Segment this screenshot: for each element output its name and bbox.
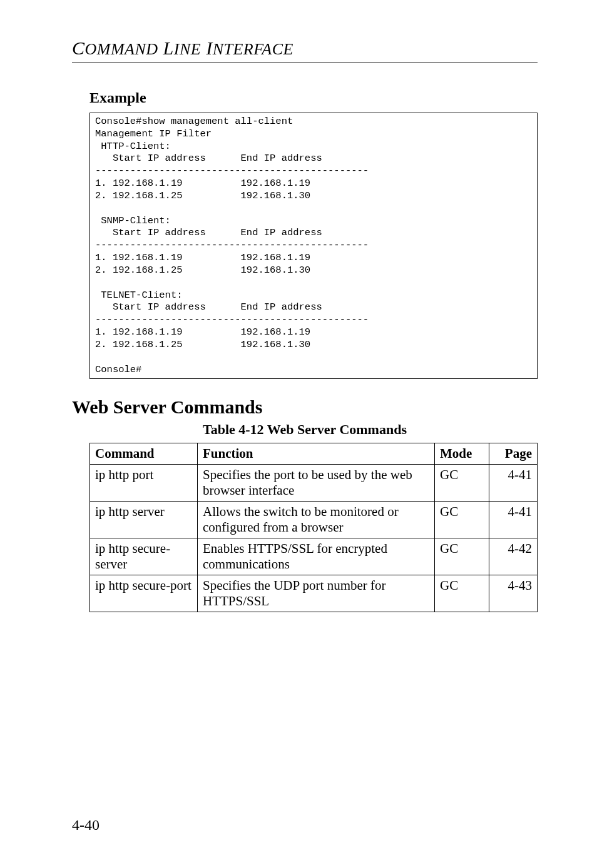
cell-mode: GC [435, 502, 489, 538]
header-word-nterface: NTERFACE [213, 40, 293, 58]
table-header-row: Command Function Mode Page [90, 443, 538, 465]
cell-command: ip http secure-server [90, 538, 198, 575]
header-cap-l: L [158, 38, 174, 58]
cell-page: 4-43 [489, 575, 538, 612]
page-header-title: COMMAND LINE INTERFACE [72, 38, 538, 59]
header-cap-i: I [201, 38, 213, 58]
header-rule [72, 63, 538, 63]
table-row: ip http server Allows the switch to be m… [90, 502, 538, 538]
cell-mode: GC [435, 575, 489, 612]
page-number: 4-40 [72, 817, 100, 834]
table-row: ip http secure-port Specifies the UDP po… [90, 575, 538, 612]
web-server-commands-table: Command Function Mode Page ip http port … [89, 443, 538, 612]
table-caption: Table 4-12 Web Server Commands [72, 421, 538, 438]
table-row: ip http secure-server Enables HTTPS/SSL … [90, 538, 538, 575]
cell-page: 4-41 [489, 502, 538, 538]
cell-mode: GC [435, 538, 489, 575]
header-word-ommand: OMMAND [85, 40, 158, 58]
cell-function: Allows the switch to be monitored or con… [198, 502, 435, 538]
col-header-command: Command [90, 443, 198, 465]
cell-command: ip http server [90, 502, 198, 538]
col-header-function: Function [198, 443, 435, 465]
section-heading: Web Server Commands [72, 396, 538, 418]
table-row: ip http port Specifies the port to be us… [90, 465, 538, 502]
header-word-ine: INE [174, 40, 201, 58]
cell-function: Specifies the UDP port number for HTTPS/… [198, 575, 435, 612]
header-cap-c: C [72, 38, 85, 58]
cell-command: ip http secure-port [90, 575, 198, 612]
cell-page: 4-41 [489, 465, 538, 502]
example-code-block: Console#show management all-client Manag… [89, 113, 538, 379]
cell-command: ip http port [90, 465, 198, 502]
cell-function: Enables HTTPS/SSL for encrypted communic… [198, 538, 435, 575]
example-heading: Example [89, 89, 538, 106]
cell-function: Specifies the port to be used by the web… [198, 465, 435, 502]
col-header-page: Page [489, 443, 538, 465]
col-header-mode: Mode [435, 443, 489, 465]
cell-mode: GC [435, 465, 489, 502]
cell-page: 4-42 [489, 538, 538, 575]
